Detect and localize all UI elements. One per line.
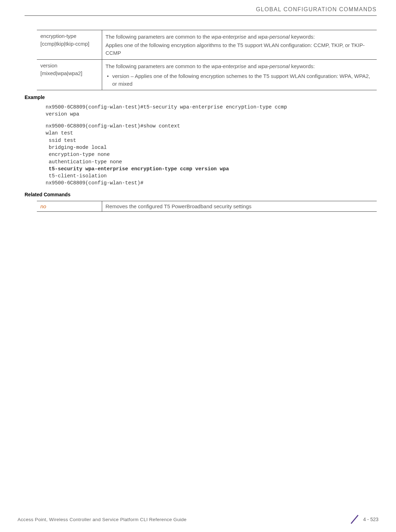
page-number: 4 - 523: [363, 517, 378, 522]
example-heading: Example: [25, 94, 377, 100]
bullet-text: version – Applies one of the following e…: [112, 72, 373, 88]
italic-term: wpa-personal: [258, 34, 290, 40]
table-row: encryption-type [ccmp|tkip|tkip-ccmp] Th…: [37, 30, 377, 60]
bullet-icon: •: [107, 72, 109, 80]
related-commands-heading: Related Commands: [25, 192, 377, 197]
param-text-line1: version: [40, 63, 57, 68]
desc-body: Applies one of the following encryption …: [106, 41, 374, 57]
param-name-cell: encryption-type [ccmp|tkip|tkip-ccmp]: [37, 30, 102, 60]
desc-text: and: [246, 63, 258, 69]
main-content: encryption-type [ccmp|tkip|tkip-ccmp] Th…: [0, 16, 396, 212]
footer-doc-title: Access Point, Wireless Controller and Se…: [18, 517, 186, 522]
italic-term: wpa-enterprise: [211, 34, 246, 40]
running-header: GLOBAL CONFIGURATION COMMANDS: [0, 0, 396, 15]
code-text: nx9500-6C8809(config-wlan-test)#show con…: [46, 123, 180, 172]
desc-text: and: [246, 34, 258, 40]
parameters-table: encryption-type [ccmp|tkip|tkip-ccmp] Th…: [37, 30, 377, 90]
param-text-line2: [mixed|wpa|wpa2]: [40, 70, 82, 76]
related-command-cell: no: [37, 201, 102, 211]
desc-text: keywords:: [290, 63, 315, 69]
related-commands-table: no Removes the configured T5 PowerBroadb…: [37, 201, 377, 212]
desc-text: The following parameters are common to t…: [106, 63, 212, 69]
italic-term: wpa-personal: [258, 63, 290, 69]
table-row: no Removes the configured T5 PowerBroadb…: [37, 201, 377, 211]
page-footer: Access Point, Wireless Controller and Se…: [0, 514, 396, 525]
param-text-line1: encryption-type: [40, 33, 77, 39]
code-block: nx9500-6C8809(config-wlan-test)#t5-secur…: [46, 104, 377, 118]
page-slash-icon: [349, 514, 360, 525]
param-name-cell: version [mixed|wpa|wpa2]: [37, 60, 102, 90]
svg-line-0: [351, 515, 358, 524]
desc-text: The following parameters are common to t…: [106, 34, 212, 40]
code-text: t5-client-isolation nx9500-6C8809(config…: [46, 173, 143, 186]
code-block: nx9500-6C8809(config-wlan-test)#show con…: [46, 123, 377, 187]
table-row: version [mixed|wpa|wpa2] The following p…: [37, 60, 377, 90]
italic-term: wpa-enterprise: [211, 63, 246, 69]
code-bold: t5-security wpa-enterprise encryption-ty…: [49, 166, 229, 172]
param-desc-cell: The following parameters are common to t…: [102, 30, 377, 60]
param-desc-cell: The following parameters are common to t…: [102, 60, 377, 90]
related-desc-cell: Removes the configured T5 PowerBroadband…: [102, 201, 377, 211]
desc-text: keywords:: [290, 34, 315, 40]
param-text-line2: [ccmp|tkip|tkip-ccmp]: [40, 41, 89, 47]
